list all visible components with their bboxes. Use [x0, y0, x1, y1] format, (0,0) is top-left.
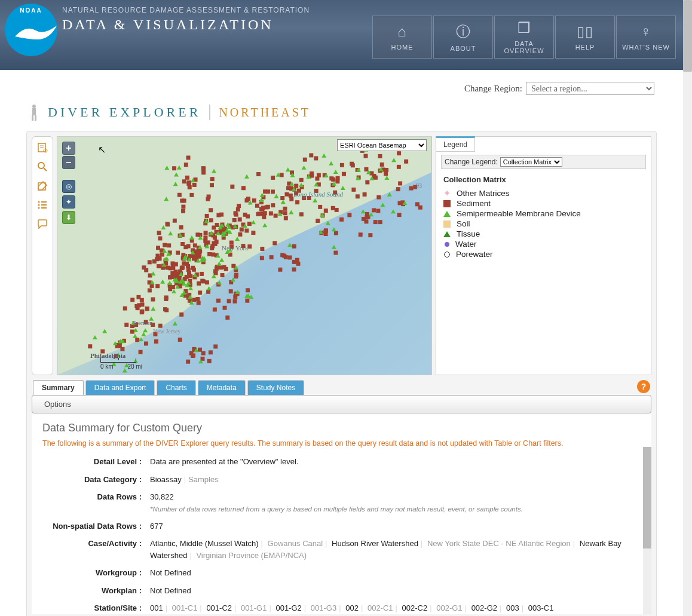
- svg-rect-239: [259, 207, 264, 211]
- main-content: Long Island Sound New York Trenton New J…: [26, 131, 657, 616]
- svg-rect-227: [274, 214, 278, 218]
- noaa-logo[interactable]: NOAA: [5, 4, 57, 56]
- row-value: Data are presented at the "Overview" lev…: [150, 456, 641, 468]
- row-data-rows: Data Rows : 30,822 *Number of data rows …: [42, 491, 641, 514]
- svg-marker-591: [332, 227, 336, 231]
- tab-data-export[interactable]: Data and Export: [85, 380, 155, 395]
- toolbar-list-icon[interactable]: [35, 198, 50, 212]
- nav-help-label: HELP: [575, 44, 595, 51]
- nav-home[interactable]: ⌂ HOME: [372, 16, 432, 59]
- svg-rect-355: [182, 179, 186, 183]
- tab-charts[interactable]: Charts: [157, 380, 195, 395]
- svg-rect-392: [246, 288, 250, 292]
- legend-item-label: Sediment: [457, 199, 491, 208]
- map-download-button[interactable]: ⬇: [62, 211, 75, 224]
- svg-rect-64: [179, 225, 183, 229]
- svg-rect-165: [182, 261, 186, 265]
- basemap-select[interactable]: ESRI Ocean Basemap: [337, 139, 427, 151]
- svg-rect-325: [130, 298, 134, 302]
- value-item: Bioassay: [150, 475, 182, 484]
- map-locate-button[interactable]: ◎: [62, 180, 75, 193]
- dot-icon: [445, 242, 449, 247]
- page-scrollbar[interactable]: [683, 0, 692, 616]
- row-footnote: *Number of data rows returned from a que…: [150, 504, 641, 514]
- home-icon: ⌂: [397, 23, 407, 40]
- map-canvas[interactable]: Long Island Sound New York Trenton New J…: [57, 136, 432, 375]
- legend-item-label: Tissue: [457, 229, 480, 238]
- svg-rect-363: [186, 155, 191, 160]
- svg-rect-12: [38, 183, 45, 190]
- svg-rect-156: [157, 264, 161, 268]
- help-icon[interactable]: ?: [637, 380, 650, 393]
- options-button[interactable]: Options: [32, 395, 651, 413]
- svg-rect-151: [171, 263, 175, 268]
- svg-rect-277: [318, 205, 322, 209]
- value-item: Atlantic, Middle (Mussel Watch): [150, 539, 259, 548]
- tab-study-notes[interactable]: Study Notes: [247, 380, 304, 395]
- svg-rect-454: [201, 351, 206, 355]
- svg-rect-153: [142, 265, 146, 269]
- summary-scrollbar[interactable]: [643, 447, 651, 614]
- map-scale: 0 km20 mi: [100, 358, 142, 370]
- svg-rect-346: [88, 344, 92, 348]
- svg-rect-444: [178, 338, 182, 342]
- svg-rect-310: [351, 163, 355, 167]
- value-item: 001-G2: [275, 603, 301, 612]
- legend-item-other: +Other Matrices: [443, 189, 646, 198]
- svg-rect-398: [292, 268, 296, 272]
- nav-whats-new-label: WHAT'S NEW: [622, 44, 670, 51]
- book-icon: ▯▯: [577, 23, 593, 40]
- value-item: 002-G2: [471, 603, 497, 612]
- zoom-in-button[interactable]: +: [62, 142, 75, 155]
- svg-rect-42: [158, 236, 162, 240]
- svg-rect-377: [225, 315, 229, 320]
- svg-point-15: [38, 204, 40, 206]
- svg-rect-425: [372, 208, 376, 212]
- options-label: Options: [44, 400, 71, 409]
- row-label: Non-spatial Data Rows :: [42, 522, 150, 531]
- scale-mi: 20 mi: [128, 363, 142, 370]
- row-value: Bioassay|Samples: [150, 474, 641, 486]
- toolbar-comment-icon[interactable]: [35, 217, 50, 231]
- tab-summary[interactable]: Summary: [33, 380, 84, 395]
- svg-rect-286: [309, 153, 313, 157]
- svg-rect-365: [180, 198, 184, 203]
- legend-item-porewater: Porewater: [443, 250, 646, 259]
- svg-point-0: [32, 105, 36, 108]
- toolbar-search-icon[interactable]: [35, 160, 50, 174]
- svg-rect-412: [339, 217, 344, 222]
- row-case-activity: Case/Activity : Atlantic, Middle (Mussel…: [42, 538, 641, 561]
- row-workplan: Workplan : Not Defined: [42, 585, 641, 597]
- svg-rect-388: [229, 289, 233, 293]
- region-select[interactable]: Select a region...: [526, 82, 654, 95]
- svg-rect-242: [255, 204, 259, 208]
- svg-rect-383: [234, 274, 238, 278]
- svg-rect-240: [256, 212, 260, 216]
- svg-rect-208: [216, 213, 221, 217]
- toolbar-edit-icon[interactable]: [35, 179, 50, 193]
- svg-rect-386: [223, 306, 227, 310]
- svg-marker-594: [369, 212, 373, 216]
- nav-help[interactable]: ▯▯ HELP: [555, 16, 615, 59]
- svg-rect-105: [188, 254, 192, 258]
- svg-rect-235: [230, 185, 234, 189]
- svg-rect-234: [244, 198, 249, 203]
- value-item: 002-G1: [436, 603, 462, 612]
- nav-whats-new[interactable]: ♀ WHAT'S NEW: [616, 16, 676, 59]
- nav-about[interactable]: ⓘ ABOUT: [433, 16, 493, 59]
- legend-change-select[interactable]: Collection Matrix: [500, 157, 562, 167]
- map-toolbar: [32, 136, 53, 375]
- svg-rect-297: [310, 171, 314, 176]
- svg-rect-127: [166, 266, 170, 270]
- toolbar-query-icon[interactable]: [35, 140, 50, 155]
- svg-rect-253: [285, 192, 289, 197]
- svg-rect-427: [376, 209, 380, 213]
- diver-icon: [29, 103, 39, 121]
- svg-rect-313: [397, 165, 401, 169]
- map-refresh-button[interactable]: ✦: [62, 195, 75, 209]
- zoom-out-button[interactable]: –: [62, 156, 75, 169]
- legend-tab[interactable]: Legend: [436, 136, 475, 152]
- svg-rect-361: [187, 182, 191, 186]
- nav-data-overview[interactable]: ❒ DATA OVERVIEW: [494, 16, 554, 59]
- tab-metadata[interactable]: Metadata: [198, 380, 246, 395]
